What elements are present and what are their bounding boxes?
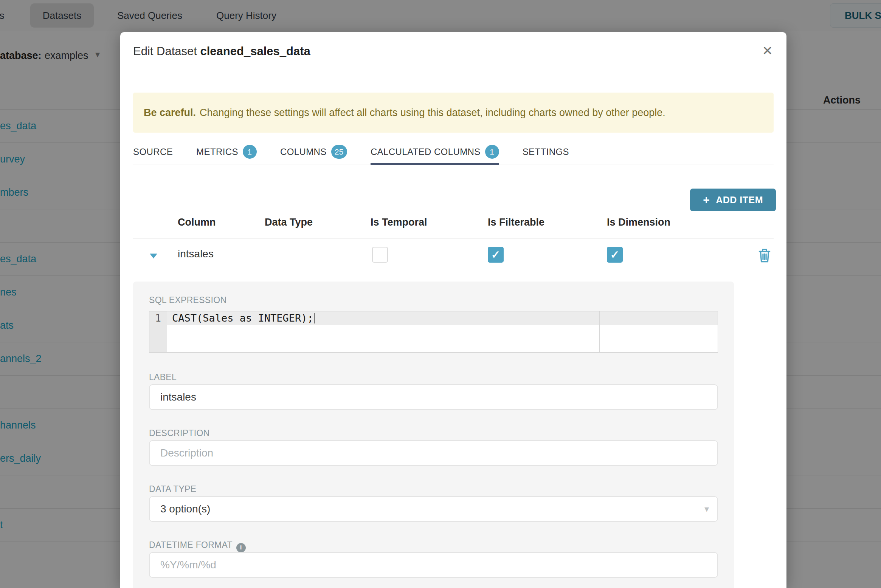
is-filterable-header: Is Filterable xyxy=(488,217,544,228)
sql-code-text: CAST(Sales as INTEGER); xyxy=(172,312,313,324)
description-input[interactable] xyxy=(149,440,718,466)
sql-code: CAST(Sales as INTEGER); xyxy=(172,311,315,325)
tab-label: COLUMNS xyxy=(280,147,327,157)
close-icon[interactable]: ✕ xyxy=(762,44,773,57)
collapse-caret-icon[interactable] xyxy=(150,254,157,258)
tab-settings[interactable]: SETTINGS xyxy=(523,141,569,164)
is-temporal-checkbox[interactable] xyxy=(372,247,388,263)
calculated-column-name: intsales xyxy=(178,248,214,260)
tab-metrics[interactable]: METRICS 1 xyxy=(196,141,257,164)
is-filterable-checkbox[interactable]: ✓ xyxy=(488,247,504,263)
calculated-columns-count-badge: 1 xyxy=(485,145,499,159)
sql-expression-editor[interactable]: 1 CAST(Sales as INTEGER); xyxy=(149,311,718,353)
add-item-label: ADD ITEM xyxy=(716,195,763,206)
label-field-label: LABEL xyxy=(149,372,177,382)
chevron-down-icon: ▾ xyxy=(704,504,709,514)
data-type-value: 3 option(s) xyxy=(160,503,210,515)
editor-print-margin xyxy=(599,311,600,352)
tab-calculated-columns[interactable]: CALCULATED COLUMNS 1 xyxy=(371,141,499,164)
screen: es Datasets Saved Queries Query History … xyxy=(0,0,881,588)
calculated-column-detail-panel: SQL EXPRESSION 1 CAST(Sales as INTEGER);… xyxy=(133,282,734,588)
data-type-header: Data Type xyxy=(265,217,313,228)
is-dimension-header: Is Dimension xyxy=(607,217,670,228)
trash-icon xyxy=(758,248,771,263)
delete-column-button[interactable] xyxy=(758,248,771,265)
tab-label: SOURCE xyxy=(133,147,173,157)
is-temporal-header: Is Temporal xyxy=(371,217,427,228)
warning-banner-text: Changing these settings will affect all … xyxy=(200,107,665,119)
sql-expression-label: SQL EXPRESSION xyxy=(149,295,226,305)
warning-banner: Be careful. Changing these settings will… xyxy=(133,93,774,133)
modal-title-prefix: Edit Dataset xyxy=(133,45,197,58)
calculated-column-row: intsales ✓ ✓ xyxy=(133,238,774,275)
dataset-name: cleaned_sales_data xyxy=(200,45,310,58)
text-cursor xyxy=(314,313,315,323)
datetime-format-input[interactable] xyxy=(149,552,718,578)
data-type-select[interactable]: 3 option(s) ▾ xyxy=(149,496,718,522)
data-type-field-label: DATA TYPE xyxy=(149,484,196,494)
datetime-format-label: DATETIME FORMATi xyxy=(149,540,246,552)
columns-count-badge: 25 xyxy=(331,145,347,159)
tab-label: METRICS xyxy=(196,147,238,157)
tab-columns[interactable]: COLUMNS 25 xyxy=(280,141,347,164)
modal-title: Edit Dataset cleaned_sales_data xyxy=(133,45,310,58)
tab-source[interactable]: SOURCE xyxy=(133,141,173,164)
calculated-columns-header-row: Column Data Type Is Temporal Is Filterab… xyxy=(133,214,774,238)
description-field-label: DESCRIPTION xyxy=(149,428,209,438)
line-number: 1 xyxy=(149,311,167,325)
editor-gutter: 1 xyxy=(149,311,167,352)
tab-label: CALCULATED COLUMNS xyxy=(371,147,481,157)
column-header: Column xyxy=(178,217,216,228)
metrics-count-badge: 1 xyxy=(243,145,257,159)
plus-icon: + xyxy=(703,194,710,206)
label-input[interactable] xyxy=(149,384,718,410)
edit-dataset-modal: Edit Dataset cleaned_sales_data ✕ Be car… xyxy=(120,32,786,588)
modal-tabs: SOURCE METRICS 1 COLUMNS 25 CALCULATED C… xyxy=(133,141,774,164)
warning-banner-bold: Be careful. xyxy=(144,107,196,119)
modal-header: Edit Dataset cleaned_sales_data ✕ xyxy=(120,32,786,72)
add-item-button[interactable]: + ADD ITEM xyxy=(690,189,776,211)
tab-label: SETTINGS xyxy=(523,147,569,157)
is-dimension-checkbox[interactable]: ✓ xyxy=(607,247,623,263)
datetime-format-label-text: DATETIME FORMAT xyxy=(149,540,233,550)
info-icon[interactable]: i xyxy=(236,543,246,552)
